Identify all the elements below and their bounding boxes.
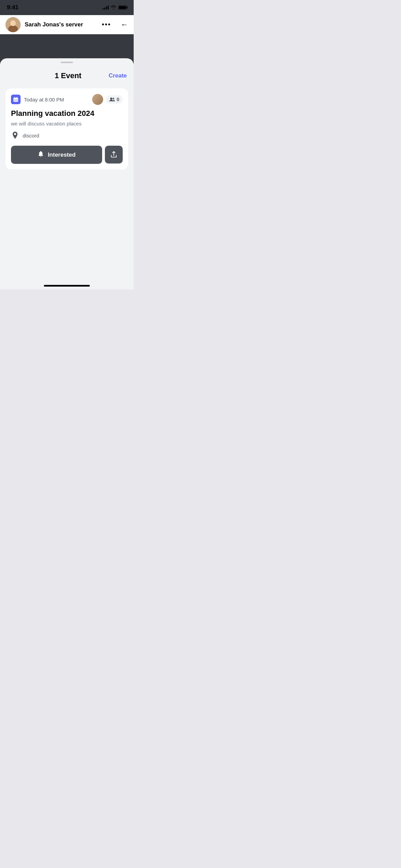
sheet-header: 1 Event Create: [5, 69, 128, 87]
bell-icon: [37, 150, 44, 159]
events-bottom-sheet: 1 Event Create Today at 8:00: [0, 58, 134, 289]
svg-rect-6: [14, 97, 15, 98]
svg-rect-8: [14, 100, 15, 100]
event-description: we will discuss vacation places: [11, 121, 123, 126]
event-card: Today at 8:00 PM 0 Planning vacat: [5, 88, 128, 169]
action-row: Interested: [11, 146, 123, 164]
people-icon: [109, 97, 115, 102]
more-options-icon[interactable]: •••: [102, 21, 111, 28]
svg-point-2: [8, 25, 18, 32]
event-location-text: discord: [23, 133, 39, 138]
event-date-left: Today at 8:00 PM: [11, 95, 64, 104]
location-icon: [11, 131, 19, 140]
svg-rect-5: [13, 98, 18, 99]
sheet-title: 1 Event: [27, 71, 109, 80]
attendee-avatar: [92, 94, 103, 105]
svg-point-12: [113, 98, 114, 99]
battery-icon: [118, 5, 127, 10]
event-date-row: Today at 8:00 PM 0: [11, 94, 123, 105]
event-attendees: 0: [92, 94, 123, 105]
event-title: Planning vacation 2024: [11, 109, 123, 118]
share-button[interactable]: [105, 146, 123, 164]
wifi-icon: [111, 5, 116, 10]
svg-rect-7: [16, 97, 17, 98]
svg-rect-10: [17, 100, 17, 100]
svg-point-11: [110, 97, 112, 99]
sheet-handle: [61, 62, 73, 63]
share-icon: [110, 151, 118, 158]
attendee-count-number: 0: [117, 97, 119, 102]
create-event-button[interactable]: Create: [109, 72, 127, 79]
interested-button[interactable]: Interested: [11, 146, 102, 164]
server-header: Sarah Jonas's server ••• ←: [0, 15, 134, 34]
svg-point-13: [14, 133, 16, 135]
server-avatar: [5, 17, 21, 32]
server-name: Sarah Jonas's server: [25, 21, 98, 28]
status-bar: 9:41: [0, 0, 134, 15]
event-location-row: discord: [11, 131, 123, 140]
home-indicator: [44, 285, 90, 287]
attendee-count: 0: [106, 95, 123, 104]
back-icon[interactable]: ←: [121, 20, 128, 29]
svg-rect-9: [15, 100, 16, 100]
interested-label: Interested: [48, 152, 75, 158]
signal-icon: [102, 5, 109, 10]
status-time: 9:41: [7, 4, 19, 11]
event-date-text: Today at 8:00 PM: [24, 97, 64, 103]
calendar-icon: [11, 95, 21, 104]
status-icons: [102, 5, 127, 10]
